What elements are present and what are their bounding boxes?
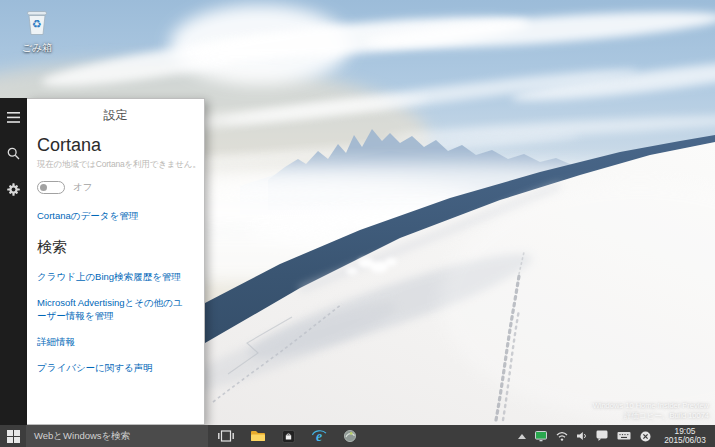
toggle-state-label: オフ [73,181,92,194]
desktop-screen: ♻ ごみ箱 Windows 10 Home Insider Preview 評価… [0,0,715,447]
volume-button[interactable] [577,425,587,447]
watermark-line2: 評価コピー。Build 10074 [593,411,709,421]
privacy-statement-link[interactable]: プライバシーに関する声明 [37,361,192,374]
recycle-bin-icon: ♻ [23,6,51,36]
search-settings-flyout: 設定 Cortana 現在の地域ではCortanaを利用できません。 オフ Co… [0,98,205,425]
search-box-placeholder: WebとWindowsを検索 [34,430,130,443]
chevron-up-icon [518,434,526,439]
comment-bubble-icon [596,430,608,442]
task-view-icon [218,430,234,442]
touch-keyboard-button[interactable] [617,425,631,447]
internet-explorer-icon: e [311,429,327,444]
more-info-link[interactable]: 詳細情報 [37,335,192,348]
globe-swirl-icon [343,429,357,443]
manage-bing-history-link[interactable]: クラウド上のBing検索履歴を管理 [37,270,192,283]
svg-text:♻: ♻ [32,18,42,31]
internet-explorer-button[interactable]: e [310,425,328,447]
build-watermark: Windows 10 Home Insider Preview 評価コピー。Bu… [593,401,709,421]
cortana-unavailable-text: 現在の地域ではCortanaを利用できません。 [37,159,192,171]
show-hidden-icons-button[interactable] [518,425,526,447]
rail-search-button[interactable] [0,142,27,164]
store-icon [282,430,295,443]
store-button[interactable] [279,425,297,447]
network-button[interactable] [556,425,568,447]
taskbar-pinned-icons: e [217,425,359,447]
manage-cortana-data-link[interactable]: Cortanaのデータを管理 [37,209,192,222]
gear-icon [7,183,20,196]
panel-content: Cortana 現在の地域ではCortanaを利用できません。 オフ Corta… [27,135,204,374]
start-button[interactable] [0,425,26,447]
search-icon [7,147,20,160]
monitor-green-icon [535,431,547,442]
rail-settings-button[interactable] [0,178,27,200]
cortana-section-title: Cortana [37,135,192,156]
toggle-knob [40,184,47,191]
search-section-title: 検索 [37,238,192,257]
manage-advertising-info-link[interactable]: Microsoft Advertisingとその他のユーザー情報を管理 [37,296,192,322]
hamburger-icon [7,112,20,123]
panel-title: 設定 [27,99,204,126]
hamburger-menu-button[interactable] [0,106,27,128]
cortana-toggle[interactable] [37,181,65,194]
tray-app-button[interactable] [535,425,547,447]
recycle-bin[interactable]: ♻ ごみ箱 [10,6,64,55]
taskbar: WebとWindowsを検索 [0,425,715,447]
system-tray: 19:05 2015/06/03 [518,425,715,447]
task-view-button[interactable] [217,425,235,447]
recycle-bin-label: ごみ箱 [10,41,64,55]
action-center-button[interactable] [596,425,608,447]
circle-x-icon [640,431,651,442]
taskbar-search-box[interactable]: WebとWindowsを検索 [26,425,208,447]
cortana-toggle-row: オフ [37,181,192,194]
ime-disabled-button[interactable] [640,425,651,447]
windows-logo-icon [7,430,20,443]
speaker-icon [577,431,587,441]
flyout-nav-rail [0,98,27,425]
keyboard-icon [617,431,631,441]
folder-icon [250,430,265,442]
watermark-line1: Windows 10 Home Insider Preview [593,401,709,411]
taskbar-clock[interactable]: 19:05 2015/06/03 [660,427,710,446]
spartan-browser-button[interactable] [341,425,359,447]
wifi-icon [556,431,568,441]
settings-panel: 設定 Cortana 現在の地域ではCortanaを利用できません。 オフ Co… [27,98,205,425]
file-explorer-button[interactable] [248,425,266,447]
clock-date: 2015/06/03 [660,436,710,446]
